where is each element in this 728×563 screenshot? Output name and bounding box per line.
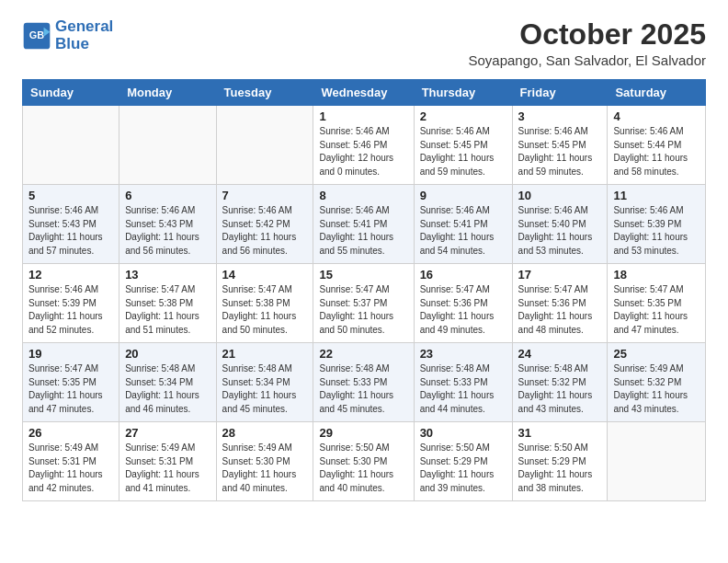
sunrise-text: Sunrise: 5:47 AM (613, 283, 700, 297)
title-block: October 2025 Soyapango, San Salvador, El… (468, 18, 706, 68)
calendar-cell: 28Sunrise: 5:49 AMSunset: 5:30 PMDayligh… (216, 422, 313, 501)
day-number: 15 (319, 268, 407, 282)
daylight-text-line2: and 40 minutes. (319, 482, 407, 496)
daylight-text-line1: Daylight: 11 hours (28, 310, 113, 324)
header: GB General Blue October 2025 Soyapango, … (22, 18, 706, 68)
calendar-cell: 19Sunrise: 5:47 AMSunset: 5:35 PMDayligh… (23, 343, 119, 422)
sunrise-text: Sunrise: 5:49 AM (222, 442, 308, 455)
logo-line2: Blue (55, 36, 113, 53)
sunset-text: Sunset: 5:42 PM (222, 218, 308, 232)
calendar-cell: 12Sunrise: 5:46 AMSunset: 5:39 PMDayligh… (23, 264, 119, 343)
day-number: 14 (222, 268, 308, 282)
day-number: 28 (222, 426, 308, 440)
daylight-text-line2: and 40 minutes. (222, 482, 308, 496)
weekday-header-monday: Monday (119, 80, 216, 106)
sunrise-text: Sunrise: 5:46 AM (518, 204, 602, 218)
calendar-cell: 18Sunrise: 5:47 AMSunset: 5:35 PMDayligh… (608, 264, 706, 343)
calendar-cell: 11Sunrise: 5:46 AMSunset: 5:39 PMDayligh… (608, 185, 706, 264)
day-number: 3 (518, 109, 602, 123)
day-info: Sunrise: 5:46 AMSunset: 5:39 PMDaylight:… (28, 283, 113, 337)
daylight-text-line2: and 55 minutes. (319, 245, 407, 259)
daylight-text-line1: Daylight: 11 hours (613, 389, 700, 403)
sunset-text: Sunset: 5:38 PM (125, 297, 210, 311)
day-info: Sunrise: 5:47 AMSunset: 5:36 PMDaylight:… (518, 283, 602, 337)
daylight-text-line1: Daylight: 11 hours (518, 468, 602, 482)
sunrise-text: Sunrise: 5:49 AM (28, 442, 113, 455)
day-info: Sunrise: 5:48 AMSunset: 5:32 PMDaylight:… (518, 362, 602, 416)
sunset-text: Sunset: 5:39 PM (613, 218, 700, 232)
daylight-text-line2: and 42 minutes. (28, 482, 113, 496)
daylight-text-line2: and 43 minutes. (518, 403, 602, 417)
sunrise-text: Sunrise: 5:46 AM (518, 125, 602, 139)
sunset-text: Sunset: 5:35 PM (613, 297, 700, 311)
daylight-text-line2: and 48 minutes. (518, 324, 602, 338)
day-number: 6 (125, 189, 210, 202)
calendar-cell: 7Sunrise: 5:46 AMSunset: 5:42 PMDaylight… (216, 185, 313, 264)
daylight-text-line1: Daylight: 11 hours (420, 310, 506, 324)
sunset-text: Sunset: 5:33 PM (319, 376, 407, 390)
sunset-text: Sunset: 5:29 PM (518, 455, 602, 469)
day-number: 18 (613, 268, 700, 282)
calendar-cell: 16Sunrise: 5:47 AMSunset: 5:36 PMDayligh… (414, 264, 512, 343)
day-number: 10 (518, 189, 602, 202)
calendar-cell: 25Sunrise: 5:49 AMSunset: 5:32 PMDayligh… (608, 343, 706, 422)
daylight-text-line1: Daylight: 11 hours (420, 389, 506, 403)
sunrise-text: Sunrise: 5:50 AM (420, 442, 506, 455)
logo-line1: General (55, 18, 113, 36)
daylight-text-line1: Daylight: 11 hours (613, 152, 700, 166)
day-info: Sunrise: 5:46 AMSunset: 5:41 PMDaylight:… (420, 204, 506, 258)
location: Soyapango, San Salvador, El Salvador (468, 52, 706, 68)
sunrise-text: Sunrise: 5:47 AM (420, 283, 506, 297)
calendar-cell: 3Sunrise: 5:46 AMSunset: 5:45 PMDaylight… (512, 106, 608, 185)
sunrise-text: Sunrise: 5:47 AM (319, 283, 407, 297)
daylight-text-line1: Daylight: 11 hours (222, 389, 308, 403)
sunrise-text: Sunrise: 5:47 AM (125, 283, 210, 297)
month-title: October 2025 (468, 18, 706, 51)
daylight-text-line2: and 41 minutes. (125, 482, 210, 496)
day-info: Sunrise: 5:47 AMSunset: 5:35 PMDaylight:… (613, 283, 700, 337)
calendar-cell: 2Sunrise: 5:46 AMSunset: 5:45 PMDaylight… (414, 106, 512, 185)
day-info: Sunrise: 5:47 AMSunset: 5:36 PMDaylight:… (420, 283, 506, 337)
sunrise-text: Sunrise: 5:50 AM (518, 442, 602, 455)
day-number: 5 (28, 189, 113, 202)
sunset-text: Sunset: 5:36 PM (420, 297, 506, 311)
day-number: 29 (319, 426, 407, 440)
day-number: 27 (125, 426, 210, 440)
day-number: 13 (125, 268, 210, 282)
weekday-header-wednesday: Wednesday (313, 80, 414, 106)
day-info: Sunrise: 5:46 AMSunset: 5:44 PMDaylight:… (613, 125, 700, 178)
sunrise-text: Sunrise: 5:46 AM (222, 204, 308, 218)
daylight-text-line1: Daylight: 11 hours (125, 468, 210, 482)
daylight-text-line1: Daylight: 11 hours (222, 231, 308, 245)
calendar-cell (608, 422, 706, 501)
logo-icon: GB (22, 21, 51, 51)
daylight-text-line1: Daylight: 11 hours (420, 152, 506, 166)
day-info: Sunrise: 5:46 AMSunset: 5:45 PMDaylight:… (420, 125, 506, 178)
sunset-text: Sunset: 5:31 PM (28, 455, 113, 469)
daylight-text-line2: and 43 minutes. (613, 403, 700, 417)
sunrise-text: Sunrise: 5:48 AM (125, 362, 210, 376)
sunset-text: Sunset: 5:34 PM (222, 376, 308, 390)
daylight-text-line2: and 49 minutes. (420, 324, 506, 338)
day-number: 16 (420, 268, 506, 282)
weekday-header-sunday: Sunday (23, 80, 119, 106)
calendar-cell: 10Sunrise: 5:46 AMSunset: 5:40 PMDayligh… (512, 185, 608, 264)
sunrise-text: Sunrise: 5:48 AM (319, 362, 407, 376)
sunrise-text: Sunrise: 5:48 AM (518, 362, 602, 376)
daylight-text-line1: Daylight: 12 hours (319, 152, 407, 166)
daylight-text-line1: Daylight: 11 hours (518, 389, 602, 403)
daylight-text-line1: Daylight: 11 hours (613, 231, 700, 245)
sunset-text: Sunset: 5:38 PM (222, 297, 308, 311)
daylight-text-line2: and 58 minutes. (613, 166, 700, 179)
day-number: 21 (222, 347, 308, 361)
calendar-cell: 6Sunrise: 5:46 AMSunset: 5:43 PMDaylight… (119, 185, 216, 264)
daylight-text-line2: and 47 minutes. (613, 324, 700, 338)
calendar-week-row: 5Sunrise: 5:46 AMSunset: 5:43 PMDaylight… (23, 185, 706, 264)
sunset-text: Sunset: 5:43 PM (125, 218, 210, 232)
calendar-cell: 30Sunrise: 5:50 AMSunset: 5:29 PMDayligh… (414, 422, 512, 501)
calendar-cell: 9Sunrise: 5:46 AMSunset: 5:41 PMDaylight… (414, 185, 512, 264)
sunset-text: Sunset: 5:35 PM (28, 376, 113, 390)
calendar-cell: 29Sunrise: 5:50 AMSunset: 5:30 PMDayligh… (313, 422, 414, 501)
day-info: Sunrise: 5:47 AMSunset: 5:38 PMDaylight:… (125, 283, 210, 337)
day-number: 20 (125, 347, 210, 361)
